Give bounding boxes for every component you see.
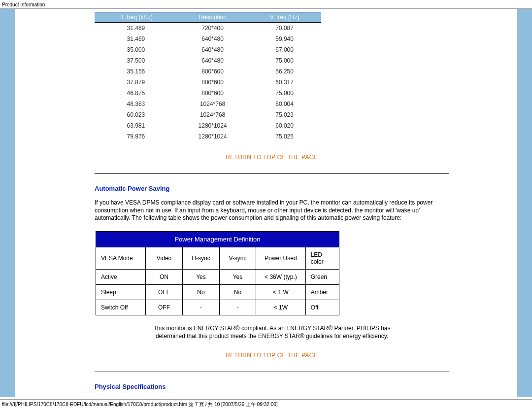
table-row: 60.0231024*76875.029 xyxy=(95,109,321,120)
power-table-header-row: VESA Mode Video H-sync V-sync Power Used… xyxy=(96,247,339,269)
divider xyxy=(95,372,449,372)
freq-table-header-row: H. freq (kHz) Resolution V. freq (Hz) xyxy=(95,12,321,23)
power-table-title: Power Management Definition xyxy=(96,231,339,247)
main-column: H. freq (kHz) Resolution V. freq (Hz) 31… xyxy=(15,9,517,397)
power-header-vesa: VESA Mode xyxy=(96,247,146,269)
table-row: 37.879800*60060.317 xyxy=(95,77,321,88)
automatic-power-saving-heading: Automatic Power Saving xyxy=(95,185,449,192)
table-row: 46.875800*60075.000 xyxy=(95,88,321,99)
content-area: H. freq (kHz) Resolution V. freq (Hz) 31… xyxy=(15,9,461,397)
right-blue-strip xyxy=(517,9,532,397)
table-row: 63.9811280*102460.020 xyxy=(95,120,321,131)
table-row: 48.3631024*76860.004 xyxy=(95,99,321,109)
energy-star-note: This monitor is ENERGY STAR® compliant. … xyxy=(95,324,449,340)
page-header: Product Information xyxy=(0,0,532,9)
table-row: 31.469720*40070.087 xyxy=(95,23,321,34)
power-header-hsync: H-sync xyxy=(183,247,219,269)
page-layout: H. freq (kHz) Resolution V. freq (Hz) 31… xyxy=(0,9,532,397)
power-header-video: Video xyxy=(145,247,183,269)
frequency-table: H. freq (kHz) Resolution V. freq (Hz) 31… xyxy=(95,12,321,142)
table-row: Switch Off OFF - - < 1W Off xyxy=(96,300,339,315)
table-row: 79.9761280*102475.025 xyxy=(95,131,321,142)
physical-specifications-heading: Physical Specifications xyxy=(95,383,449,390)
power-header-powerused: Power Used xyxy=(256,247,306,269)
return-to-top-link[interactable]: RETURN TO TOP OF THE PAGE xyxy=(95,154,449,161)
freq-header-vfreq: V. freq (Hz) xyxy=(248,12,321,23)
page-footer: file:///I|/PHILIPS/170C8/170C8-EDFU/lcd/… xyxy=(0,399,532,410)
power-header-led: LED color xyxy=(305,247,339,269)
table-row: 35.156800*60056.250 xyxy=(95,66,321,77)
table-row: Active ON Yes Yes < 36W (typ.) Green xyxy=(96,269,339,284)
freq-header-resolution: Resolution xyxy=(177,12,248,23)
divider xyxy=(95,173,449,174)
table-row: 35.000640*48067.000 xyxy=(95,44,321,55)
power-table-title-row: Power Management Definition xyxy=(96,231,339,247)
freq-header-hfreq: H. freq (kHz) xyxy=(95,12,177,23)
table-row: Sleep OFF No No < 1 W Amber xyxy=(96,284,339,300)
table-row: 31.469640*48059.940 xyxy=(95,34,321,44)
return-to-top-link[interactable]: RETURN TO TOP OF THE PAGE xyxy=(95,352,449,359)
power-management-table: Power Management Definition VESA Mode Vi… xyxy=(96,231,339,315)
automatic-power-saving-text: If you have VESA DPMS compliance display… xyxy=(95,199,449,222)
power-header-vsync: V-sync xyxy=(219,247,256,269)
left-blue-strip xyxy=(0,9,15,397)
table-row: 37.500640*48075.000 xyxy=(95,55,321,66)
